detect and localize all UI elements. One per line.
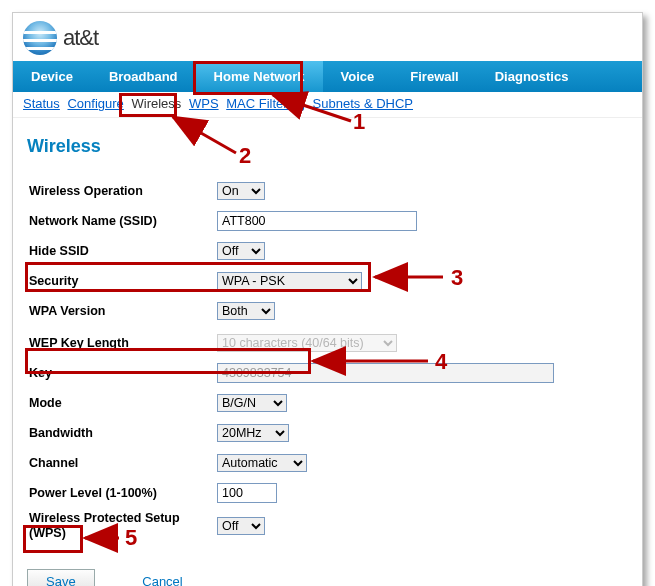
label-ssid: Network Name (SSID): [27, 214, 217, 228]
app-frame: at&t Device Broadband Home Network Voice…: [12, 12, 643, 586]
subnav-wps[interactable]: WPS: [189, 96, 219, 111]
att-globe-icon: [23, 21, 57, 55]
brand-name: at&t: [63, 25, 98, 51]
select-security[interactable]: WPA - PSK: [217, 272, 362, 290]
nav-broadband[interactable]: Broadband: [91, 61, 196, 92]
nav-home-network[interactable]: Home Network: [196, 61, 323, 92]
subnav-wireless[interactable]: Wireless: [131, 96, 181, 111]
label-mode: Mode: [27, 396, 217, 410]
cancel-button[interactable]: Cancel: [138, 570, 186, 586]
label-wireless-operation: Wireless Operation: [27, 184, 217, 198]
select-wep-length: 10 characters (40/64 bits): [217, 334, 397, 352]
select-wireless-operation[interactable]: On: [217, 182, 265, 200]
subnav-configure[interactable]: Configure: [67, 96, 123, 111]
label-wpa-version: WPA Version: [27, 304, 217, 318]
select-channel[interactable]: Automatic: [217, 454, 307, 472]
nav-device[interactable]: Device: [13, 61, 91, 92]
nav-firewall[interactable]: Firewall: [392, 61, 476, 92]
label-wps: Wireless Protected Setup (WPS): [27, 511, 217, 541]
input-key[interactable]: [217, 363, 554, 383]
main-nav: Device Broadband Home Network Voice Fire…: [13, 61, 642, 92]
save-button[interactable]: Save: [27, 569, 95, 586]
select-hide-ssid[interactable]: Off: [217, 242, 265, 260]
select-bandwidth[interactable]: 20MHz: [217, 424, 289, 442]
brand-row: at&t: [13, 13, 642, 61]
subnav-status[interactable]: Status: [23, 96, 60, 111]
page-title: Wireless: [27, 136, 628, 157]
label-power: Power Level (1-100%): [27, 486, 217, 500]
select-wps[interactable]: Off: [217, 517, 265, 535]
label-channel: Channel: [27, 456, 217, 470]
select-wpa-version[interactable]: Both: [217, 302, 275, 320]
input-power[interactable]: [217, 483, 277, 503]
select-mode[interactable]: B/G/N: [217, 394, 287, 412]
label-key: Key: [27, 366, 217, 380]
footer-buttons: Save Cancel: [13, 557, 642, 586]
subnav-subnets-dhcp[interactable]: Subnets & DHCP: [313, 96, 413, 111]
label-security: Security: [27, 274, 217, 288]
sub-nav: Status Configure Wireless WPS MAC Filter…: [13, 92, 642, 118]
content: Wireless Wireless Operation On Network N…: [13, 118, 642, 557]
label-bandwidth: Bandwidth: [27, 426, 217, 440]
label-hide-ssid: Hide SSID: [27, 244, 217, 258]
nav-diagnostics[interactable]: Diagnostics: [477, 61, 587, 92]
subnav-mac-filtering[interactable]: MAC Filtering: [226, 96, 305, 111]
nav-voice[interactable]: Voice: [323, 61, 393, 92]
input-ssid[interactable]: [217, 211, 417, 231]
label-wep-length: WEP Key Length: [27, 336, 217, 350]
